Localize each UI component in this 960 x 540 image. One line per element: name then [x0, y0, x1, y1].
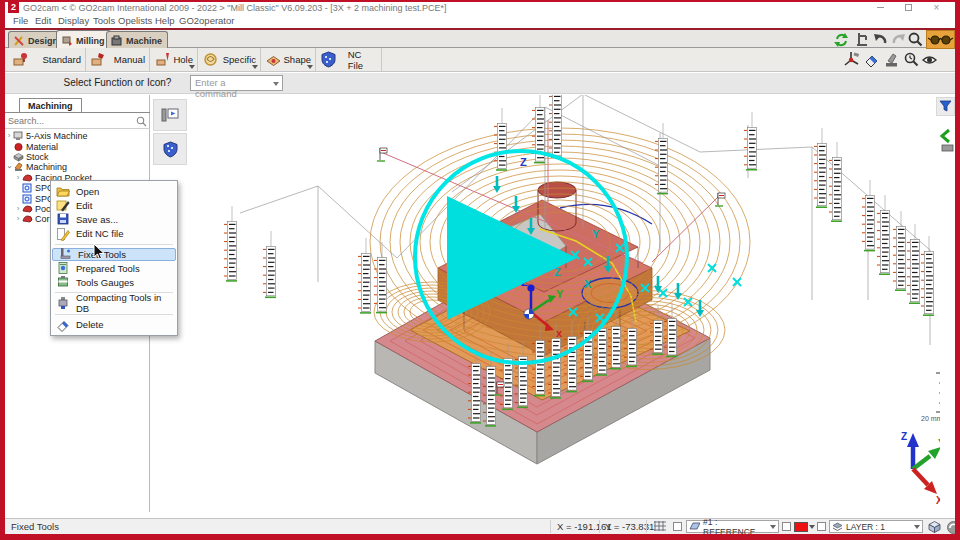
menu-edit[interactable]: Edit	[35, 15, 51, 26]
tree-search-row	[5, 113, 150, 129]
machining-scene: ZZXY Z Y x 20 mm Z Y X	[150, 95, 940, 518]
tab-machine[interactable]: Machine	[106, 31, 168, 48]
menu-item-fixed-tools[interactable]: Fixed Tools	[52, 248, 176, 261]
ribbon-hole[interactable]: Hole	[151, 48, 198, 71]
tree-item-stock[interactable]: Stock	[5, 152, 150, 162]
close-button[interactable]: ×	[931, 2, 942, 13]
measure-caliper-icon[interactable]	[854, 31, 871, 48]
menu-item-edit-nc-file[interactable]: Edit NC file	[51, 227, 177, 241]
ribbon-standard[interactable]: Standard	[8, 48, 86, 71]
shape-icon	[265, 51, 280, 68]
machine-axes-icon[interactable]	[843, 51, 861, 68]
layer-combobox[interactable]: LAYER : 1	[829, 520, 923, 533]
minimize-button[interactable]	[875, 2, 886, 13]
nc-file-shield-icon	[320, 51, 336, 68]
menu-display[interactable]: Display	[58, 15, 89, 26]
menu-item-save-as[interactable]: Save as...	[51, 212, 177, 226]
combo-caret-icon[interactable]	[273, 82, 279, 86]
menu-bar: File Edit Display Tools Opelists Help GO…	[5, 14, 955, 28]
menu-item-compacting-tools[interactable]: Compacting Tools in DB	[51, 296, 177, 310]
edit-pencil-icon	[56, 198, 70, 212]
plane-icon	[689, 522, 700, 531]
redo-icon[interactable]	[890, 31, 907, 48]
command-bar: Select Function or Icon? Enter a command	[5, 73, 955, 94]
plane-combobox[interactable]: #1 : REFERENCE	[686, 520, 779, 533]
tree-item-machining[interactable]: › Machining	[5, 162, 150, 172]
scale-label: 20 mm	[921, 415, 940, 422]
specific-dropdown-arrow[interactable]	[252, 65, 258, 69]
filter-funnel-button[interactable]	[936, 97, 955, 116]
tree-item-5-axis-machine[interactable]: › 5-Axis Machine	[5, 131, 150, 141]
mouse-cursor	[92, 243, 106, 261]
collapse-panel-button[interactable]	[938, 128, 956, 152]
center-x-label: x	[556, 327, 563, 339]
design-icon	[13, 35, 25, 47]
record-border-bottom	[0, 534, 960, 540]
ribbon-manual[interactable]: Manual	[86, 48, 150, 71]
tab-milling[interactable]: Milling	[56, 30, 111, 48]
zoom-extent-icon[interactable]	[903, 51, 920, 68]
menu-item-open[interactable]: Open	[51, 184, 177, 198]
view-glasses-button[interactable]	[926, 30, 955, 49]
drill-node-icon	[22, 194, 33, 204]
menu-item-prepared-tools[interactable]: Prepared Tools	[51, 261, 177, 275]
3d-viewport[interactable]: ZZXY Z Y x 20 mm Z Y X	[150, 95, 940, 518]
plane-checkbox[interactable]	[673, 522, 682, 531]
specific-icon	[202, 51, 219, 68]
menu-go2operator[interactable]: GO2operator	[179, 15, 234, 26]
milling-icon	[61, 35, 73, 47]
menu-file[interactable]: File	[13, 15, 28, 26]
ribbon-specific[interactable]: Specific	[198, 48, 261, 71]
machining-node-icon	[13, 162, 24, 172]
window-title: GO2cam < © GO2cam International 2009 - 2…	[23, 3, 446, 13]
panel-tab-machining[interactable]: Machining	[19, 98, 82, 113]
corner-x-label: X	[936, 495, 940, 506]
nc-shield-icon	[163, 141, 178, 158]
compact-db-icon	[56, 296, 70, 310]
machine-icon	[111, 35, 123, 47]
hole-drill-icon	[155, 51, 169, 68]
maximize-button[interactable]	[903, 2, 914, 13]
pocket-node-icon	[22, 173, 33, 183]
menu-item-tools-gauges[interactable]: Tools Gauges	[51, 275, 177, 289]
scale-ruler	[936, 373, 940, 412]
sweep-clean-icon[interactable]	[884, 51, 901, 68]
menu-help[interactable]: Help	[155, 15, 175, 26]
color-checkbox[interactable]	[782, 522, 791, 531]
zoom-magnifier-icon[interactable]	[907, 31, 924, 48]
simulation-panel-button[interactable]	[153, 99, 187, 131]
center-y-label: Y	[556, 288, 564, 300]
ribbon-ncfile[interactable]: NC File	[316, 48, 382, 71]
menu-opelists[interactable]: Opelists	[118, 15, 152, 26]
menu-separator	[55, 244, 173, 245]
color-dropdown-arrow[interactable]	[809, 525, 815, 529]
visibility-eye-icon[interactable]	[921, 51, 938, 68]
grid-snap-button[interactable]	[653, 520, 667, 535]
material-node-icon	[13, 142, 24, 152]
collapse-arrow-icon	[938, 128, 956, 152]
pocket-node-icon	[22, 204, 33, 214]
nc-shield-button[interactable]	[153, 133, 187, 165]
shape-dropdown-arrow[interactable]	[307, 65, 313, 69]
corner-axis-triad: Z Y X	[901, 431, 940, 506]
menu-item-edit[interactable]: Edit	[51, 198, 177, 212]
hole-dropdown-arrow[interactable]	[189, 65, 195, 69]
search-input[interactable]	[8, 114, 133, 127]
layer-checkbox[interactable]	[817, 522, 826, 531]
corner-y-label: Y	[938, 438, 940, 449]
undo-icon[interactable]	[872, 31, 889, 48]
record-border-top	[0, 0, 960, 2]
filter-funnel-icon	[939, 100, 952, 113]
rotate-view-icon[interactable]	[833, 31, 850, 48]
eraser-icon[interactable]	[864, 51, 881, 68]
menu-item-delete[interactable]: Delete	[51, 318, 177, 332]
standard-milling-icon	[12, 51, 28, 68]
current-color-swatch[interactable]	[794, 522, 808, 532]
svg-text:Z: Z	[520, 156, 527, 168]
tree-item-material[interactable]: Material	[5, 141, 150, 151]
menu-tools[interactable]: Tools	[93, 15, 115, 26]
record-border-left	[0, 0, 5, 540]
command-combobox[interactable]: Enter a command	[190, 75, 283, 91]
ribbon-shape[interactable]: Shape	[261, 48, 316, 71]
svg-text:Y: Y	[592, 228, 600, 240]
